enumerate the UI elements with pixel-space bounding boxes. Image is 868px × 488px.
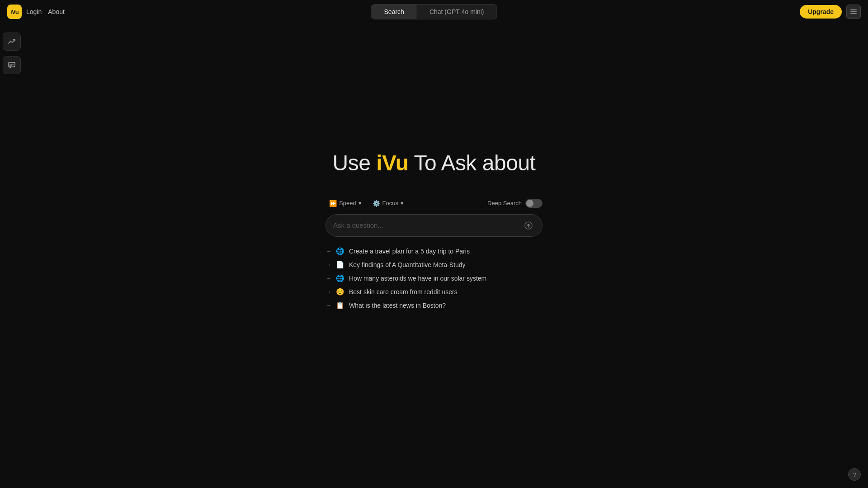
suggestion-item[interactable]: → 📋 What is the latest news in Boston?	[326, 300, 542, 311]
search-options-row: ⏩ Speed ▾ ⚙️ Focus ▾ Deep Search	[326, 198, 542, 209]
focus-button[interactable]: ⚙️ Focus ▾	[369, 198, 407, 209]
main-content: Use iVu To Ask about ⏩ Speed ▾ ⚙️ Focus …	[0, 0, 868, 488]
hero-title: Use iVu To Ask about	[333, 150, 536, 175]
focus-icon: ⚙️	[373, 200, 380, 207]
toggle-knob	[526, 200, 533, 207]
suggestion-item[interactable]: → 🌐 Create a travel plan for a 5 day tri…	[326, 246, 542, 257]
suggestion-text: How many asteroids we have in our solar …	[349, 275, 486, 282]
suggestion-arrow-icon: →	[326, 248, 331, 254]
suggestion-item[interactable]: → 😊 Best skin care cream from reddit use…	[326, 286, 542, 297]
speed-label: Speed	[339, 200, 356, 206]
menu-button[interactable]	[846, 5, 861, 19]
svg-rect-3	[9, 62, 15, 67]
chat-tab[interactable]: Chat (GPT-4o mini)	[417, 5, 497, 19]
svg-rect-1	[850, 11, 857, 12]
upgrade-button[interactable]: Upgrade	[800, 5, 842, 19]
speed-button[interactable]: ⏩ Speed ▾	[326, 198, 365, 209]
hero-brand: iVu	[376, 151, 408, 175]
suggestion-item[interactable]: → 📄 Key findings of A Quantitative Meta-…	[326, 259, 542, 270]
logo-area: iVu Login About	[7, 5, 65, 19]
svg-rect-2	[850, 14, 857, 14]
tab-switcher: Search Chat (GPT-4o mini)	[371, 4, 497, 19]
suggestion-arrow-icon: →	[326, 261, 331, 268]
suggestion-arrow-icon: →	[326, 302, 331, 309]
logo-badge[interactable]: iVu	[7, 5, 22, 19]
suggestion-category-icon: 📋	[336, 301, 344, 310]
deep-search-label: Deep Search	[487, 200, 522, 206]
deep-search-option: Deep Search	[487, 199, 542, 208]
suggestion-text: Best skin care cream from reddit users	[349, 288, 458, 296]
login-link[interactable]: Login	[26, 8, 42, 15]
sidebar-chat-button[interactable]	[3, 56, 21, 74]
nav-right: Upgrade	[800, 5, 861, 19]
svg-rect-0	[850, 9, 857, 10]
left-sidebar	[0, 23, 24, 488]
search-input-wrapper	[326, 214, 542, 237]
suggestion-category-icon: 📄	[336, 261, 344, 269]
about-link[interactable]: About	[48, 8, 65, 15]
suggestion-text: Create a travel plan for a 5 day trip to…	[349, 248, 470, 255]
top-navbar: iVu Login About Search Chat (GPT-4o mini…	[0, 0, 868, 23]
suggestion-arrow-icon: →	[326, 288, 331, 295]
search-area: ⏩ Speed ▾ ⚙️ Focus ▾ Deep Search	[326, 198, 542, 311]
suggestion-text: Key findings of A Quantitative Meta-Stud…	[349, 261, 466, 268]
deep-search-toggle[interactable]	[525, 199, 542, 208]
suggestion-category-icon: 🌐	[336, 247, 344, 255]
suggestion-category-icon: 🌐	[336, 274, 344, 282]
search-input[interactable]	[333, 221, 518, 229]
hero-prefix: Use	[333, 151, 377, 175]
focus-label: Focus	[382, 200, 398, 206]
suggestions-list: → 🌐 Create a travel plan for a 5 day tri…	[326, 246, 542, 311]
hero-suffix: To Ask about	[409, 151, 536, 175]
suggestion-category-icon: 😊	[336, 288, 344, 296]
focus-chevron-icon: ▾	[401, 200, 404, 206]
help-button[interactable]: ?	[848, 468, 861, 481]
speed-icon: ⏩	[329, 200, 337, 207]
sidebar-trending-button[interactable]	[3, 33, 21, 51]
suggestion-item[interactable]: → 🌐 How many asteroids we have in our so…	[326, 273, 542, 284]
speed-chevron-icon: ▾	[359, 200, 362, 206]
suggestion-arrow-icon: →	[326, 275, 331, 282]
suggestion-text: What is the latest news in Boston?	[349, 302, 446, 309]
search-tab[interactable]: Search	[372, 5, 417, 19]
submit-button[interactable]	[522, 219, 535, 232]
